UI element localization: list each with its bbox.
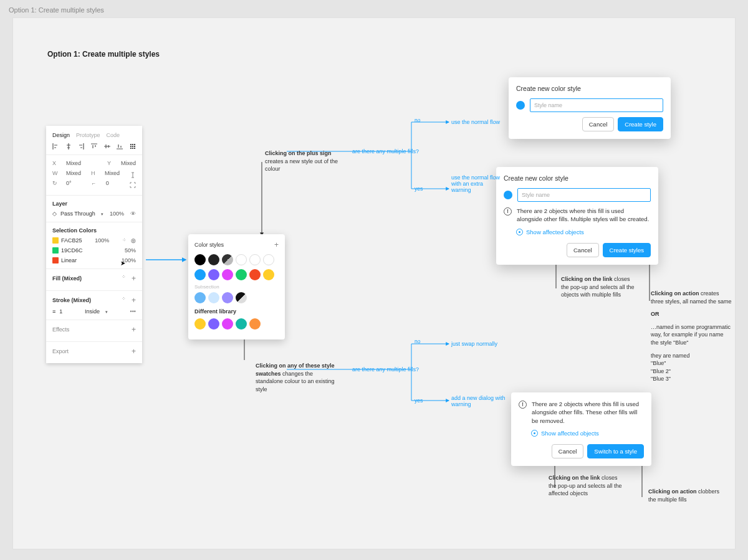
create-style-plus-icon[interactable]: +	[274, 240, 279, 249]
switch-style-button[interactable]: Switch to a style	[587, 444, 644, 458]
align-hcenter-icon[interactable]	[65, 143, 72, 149]
artboard: Option 1: Create multiple styles Design …	[12, 17, 736, 549]
tab-design[interactable]: Design	[52, 132, 70, 138]
style-swatch[interactable]	[208, 269, 219, 280]
popover-library: Different library	[194, 308, 279, 315]
create-styles-button[interactable]: Create styles	[603, 243, 651, 257]
add-stroke-icon[interactable]: +	[132, 296, 136, 305]
stroke-align[interactable]: Inside	[85, 308, 108, 315]
tab-code[interactable]: Code	[107, 132, 120, 138]
rotation-value[interactable]: 0°	[66, 180, 72, 186]
style-swatch[interactable]	[208, 318, 219, 330]
note-action-1: Clicking on action creates three styles,…	[651, 290, 732, 383]
constrain-icon[interactable]	[130, 172, 136, 178]
w-value[interactable]: Mixed	[66, 170, 81, 176]
artboard-title: Option 1: Create multiple styles	[47, 50, 160, 59]
swatch-linear[interactable]	[52, 257, 59, 263]
stroke-width[interactable]: ≡ 1	[52, 308, 62, 315]
style-swatch[interactable]	[263, 254, 274, 265]
warning-icon: !	[504, 207, 512, 216]
add-effect-icon[interactable]: +	[132, 325, 136, 334]
style-swatch[interactable]	[208, 254, 219, 265]
selection-opacity-0[interactable]: 100%	[95, 237, 109, 244]
style-color-preview[interactable]	[504, 191, 512, 199]
export-section: Export +	[46, 342, 142, 363]
style-swatch[interactable]	[249, 269, 261, 280]
dialog-title: Create new color style	[504, 174, 651, 182]
switch-style-dialog: ! There are 2 objects where this fill is…	[511, 392, 651, 466]
style-swatch[interactable]	[222, 318, 233, 330]
style-swatch[interactable]	[236, 292, 247, 303]
y-value[interactable]: Mixed	[121, 160, 136, 166]
expand-icon[interactable]	[130, 182, 136, 188]
align-top-icon[interactable]	[91, 143, 97, 149]
style-swatch[interactable]	[236, 269, 247, 280]
warning-text: There are 2 objects where this fill is u…	[517, 207, 651, 224]
flow-use-normal: use the normal flow	[451, 119, 500, 125]
x-value[interactable]: Mixed	[66, 160, 81, 166]
style-color-preview[interactable]	[516, 101, 525, 110]
align-right-icon[interactable]	[78, 143, 84, 149]
tidy-icon[interactable]	[130, 143, 136, 149]
add-export-icon[interactable]: +	[132, 347, 136, 356]
style-target-icon[interactable]: ◎	[131, 237, 136, 244]
canvas-tab-title: Option 1: Create multiple styles	[9, 6, 104, 14]
swatch-facb25[interactable]	[52, 237, 59, 244]
style-swatch[interactable]	[222, 254, 233, 265]
style-swatch[interactable]	[236, 254, 247, 265]
tab-prototype[interactable]: Prototype	[76, 132, 100, 138]
style-swatch[interactable]	[194, 292, 206, 303]
stroke-more-icon[interactable]: •••	[130, 308, 136, 315]
style-swatch[interactable]	[236, 318, 247, 330]
align-vcenter-icon[interactable]	[104, 143, 110, 149]
align-bottom-icon[interactable]	[117, 143, 123, 149]
add-fill-icon[interactable]: +	[132, 274, 136, 283]
swatch-19cd6c[interactable]	[52, 247, 59, 254]
popover-subsection: Subsection	[194, 284, 279, 290]
stroke-styles-icon[interactable]: ⁘	[122, 296, 127, 305]
cancel-button[interactable]: Cancel	[552, 444, 584, 458]
visibility-icon[interactable]: 👁	[130, 211, 136, 217]
style-swatch[interactable]	[249, 318, 261, 330]
effects-title: Effects	[52, 326, 69, 333]
svg-point-4	[132, 146, 133, 147]
svg-point-6	[130, 148, 132, 149]
flow-question-2: are there any multiple fills?	[352, 366, 419, 373]
svg-point-3	[130, 146, 132, 147]
svg-point-2	[134, 144, 135, 145]
style-swatch[interactable]	[208, 292, 219, 303]
style-swatch[interactable]	[222, 292, 233, 303]
style-swatch[interactable]	[263, 269, 274, 280]
note-plus: Clicking on the plus sign creates a new …	[265, 149, 346, 173]
show-affected-link[interactable]: Show affected objects	[516, 229, 651, 235]
style-name-input[interactable]: Style name	[517, 188, 651, 202]
alignment-row	[46, 143, 142, 155]
w-label: W	[52, 170, 57, 176]
blend-mode[interactable]: ◇ Pass Through	[52, 211, 103, 217]
show-affected-link[interactable]: Show affected objects	[531, 430, 644, 437]
layer-title: Layer	[52, 201, 136, 207]
selection-opacity-1[interactable]: 50%	[125, 247, 136, 254]
cancel-button[interactable]: Cancel	[582, 117, 615, 131]
effects-section: Effects +	[46, 320, 142, 342]
style-swatch[interactable]	[249, 254, 261, 265]
layer-opacity[interactable]: 100%	[110, 211, 124, 217]
detach-icon[interactable]: ⁘	[122, 237, 127, 244]
align-left-icon[interactable]	[52, 143, 59, 149]
fill-title: Fill (Mixed)	[52, 275, 82, 282]
style-swatch[interactable]	[194, 254, 206, 265]
cancel-button[interactable]: Cancel	[567, 243, 599, 257]
styles-row-sub	[194, 292, 279, 303]
radius-value[interactable]: 0	[106, 180, 109, 186]
h-value[interactable]: Mixed	[105, 170, 120, 176]
style-swatch[interactable]	[194, 269, 206, 280]
style-swatch[interactable]	[222, 269, 233, 280]
create-style-button[interactable]: Create style	[618, 117, 663, 131]
svg-point-0	[130, 144, 132, 145]
style-swatch[interactable]	[194, 318, 206, 330]
flow-question-1: are there any multiple fills?	[352, 148, 419, 154]
popover-title: Color styles	[194, 242, 224, 248]
style-name-input[interactable]: Style name	[530, 98, 663, 112]
layer-section: Layer ◇ Pass Through 100% 👁	[46, 196, 142, 222]
fill-styles-icon[interactable]: ⁘	[122, 274, 127, 283]
